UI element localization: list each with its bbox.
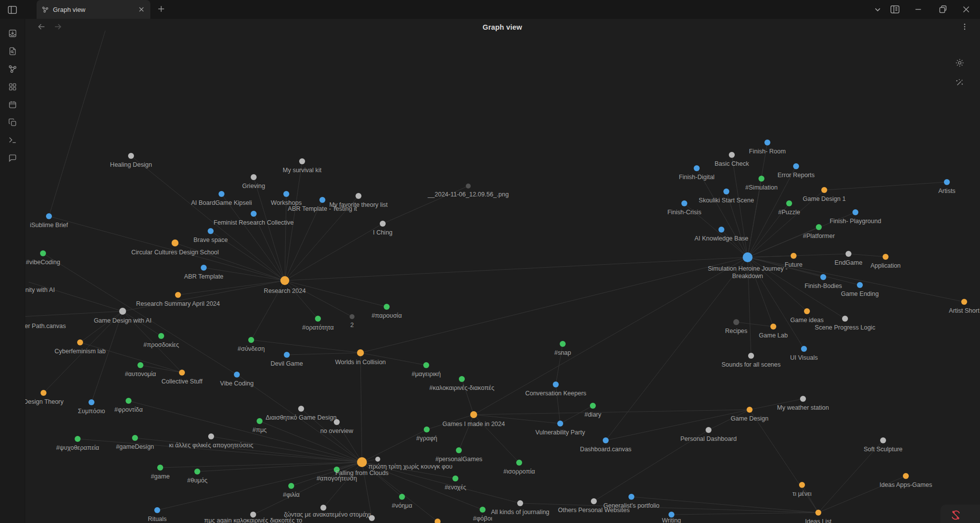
graph-node[interactable] bbox=[208, 228, 214, 234]
kebab-menu-icon[interactable] bbox=[960, 22, 969, 31]
graph-node[interactable] bbox=[694, 165, 700, 171]
graph-node[interactable] bbox=[89, 399, 94, 405]
graph-icon[interactable] bbox=[8, 64, 17, 74]
graph-node[interactable] bbox=[288, 483, 294, 489]
graph-node[interactable] bbox=[158, 333, 164, 339]
graph-node[interactable] bbox=[603, 437, 609, 443]
graph-node[interactable] bbox=[128, 153, 134, 159]
graph-node[interactable] bbox=[801, 346, 807, 352]
graph-node[interactable] bbox=[126, 398, 132, 404]
graph-node[interactable] bbox=[857, 282, 863, 288]
graph-node[interactable] bbox=[557, 421, 563, 427]
graph-node[interactable] bbox=[628, 494, 634, 500]
copy-icon[interactable] bbox=[8, 118, 17, 127]
graph-node[interactable] bbox=[718, 227, 724, 233]
graph-node[interactable] bbox=[815, 510, 821, 516]
graph-node[interactable] bbox=[903, 473, 909, 479]
new-tab-button[interactable] bbox=[156, 4, 166, 14]
graph-node[interactable] bbox=[517, 500, 523, 506]
file-search-icon[interactable] bbox=[8, 47, 17, 56]
toggle-left-sidebar-icon[interactable] bbox=[7, 4, 18, 15]
graph-node[interactable] bbox=[764, 140, 770, 145]
graph-node[interactable] bbox=[470, 411, 477, 418]
graph-node[interactable] bbox=[380, 221, 386, 227]
graph-node[interactable] bbox=[793, 163, 799, 169]
graph-node[interactable] bbox=[459, 376, 465, 382]
graph-node[interactable] bbox=[733, 319, 739, 325]
graph-node[interactable] bbox=[157, 465, 163, 471]
graph-node[interactable] bbox=[800, 396, 806, 402]
graph-node[interactable] bbox=[723, 189, 729, 194]
graph-node[interactable] bbox=[466, 184, 471, 189]
graph-node[interactable] bbox=[251, 174, 257, 180]
graph-canvas[interactable]: Healing DesignMy survival kitGrievingAI … bbox=[0, 0, 980, 523]
graph-node[interactable] bbox=[480, 507, 486, 513]
graph-node[interactable] bbox=[791, 253, 797, 259]
tab-graph-view[interactable]: Graph view bbox=[37, 0, 150, 19]
graph-node[interactable] bbox=[41, 390, 46, 396]
chevron-down-icon[interactable] bbox=[872, 4, 883, 15]
graph-node[interactable] bbox=[175, 292, 181, 298]
graph-node[interactable] bbox=[283, 191, 289, 197]
graph-node[interactable] bbox=[357, 349, 364, 356]
graph-node[interactable] bbox=[435, 519, 441, 523]
graph-node[interactable] bbox=[369, 515, 375, 521]
inbox-download-icon[interactable] bbox=[8, 29, 17, 38]
graph-node[interactable] bbox=[591, 498, 597, 504]
graph-node[interactable] bbox=[560, 341, 566, 347]
graph-node[interactable] bbox=[315, 316, 321, 322]
graph-node[interactable] bbox=[46, 213, 52, 219]
graph-node[interactable] bbox=[743, 252, 753, 262]
graph-node[interactable] bbox=[516, 460, 522, 466]
graph-node[interactable] bbox=[375, 457, 380, 462]
calendar-icon[interactable] bbox=[8, 100, 17, 109]
graph-node[interactable] bbox=[816, 224, 822, 230]
graph-node[interactable] bbox=[883, 254, 889, 260]
graph-node[interactable] bbox=[298, 406, 304, 412]
graph-node[interactable] bbox=[248, 337, 254, 343]
terminal-icon[interactable] bbox=[8, 136, 17, 145]
graph-node[interactable] bbox=[201, 265, 207, 271]
graph-node[interactable] bbox=[842, 316, 848, 322]
message-icon[interactable] bbox=[8, 153, 17, 163]
graph-node[interactable] bbox=[172, 239, 178, 246]
wand-icon[interactable] bbox=[955, 78, 965, 88]
graph-node[interactable] bbox=[119, 308, 126, 315]
graph-node[interactable] bbox=[758, 176, 764, 182]
graph-node[interactable] bbox=[334, 419, 340, 425]
graph-node[interactable] bbox=[284, 352, 290, 358]
graph-node[interactable] bbox=[320, 505, 326, 511]
graph-node[interactable] bbox=[681, 200, 687, 206]
graph-node[interactable] bbox=[799, 482, 805, 488]
graph-node[interactable] bbox=[786, 200, 792, 206]
graph-node[interactable] bbox=[179, 370, 185, 376]
graph-node[interactable] bbox=[424, 427, 430, 432]
graph-node[interactable] bbox=[251, 211, 257, 217]
graph-node[interactable] bbox=[748, 353, 754, 359]
graph-node[interactable] bbox=[846, 251, 851, 257]
graph-node[interactable] bbox=[820, 274, 826, 280]
graph-node[interactable] bbox=[208, 433, 214, 439]
graph-node[interactable] bbox=[154, 507, 160, 513]
graph-node[interactable] bbox=[40, 250, 46, 256]
graph-node[interactable] bbox=[456, 447, 462, 453]
graph-node[interactable] bbox=[961, 299, 967, 305]
graph-node[interactable] bbox=[804, 308, 810, 314]
graph-node[interactable] bbox=[132, 435, 138, 441]
graph-node[interactable] bbox=[75, 436, 81, 442]
layout-grid-icon[interactable] bbox=[8, 82, 17, 92]
graph-node[interactable] bbox=[852, 209, 858, 215]
graph-node[interactable] bbox=[821, 187, 827, 193]
toggle-right-sidebar-icon[interactable] bbox=[890, 4, 900, 15]
minimize-icon[interactable] bbox=[913, 4, 924, 15]
graph-node[interactable] bbox=[357, 457, 367, 467]
graph-node[interactable] bbox=[299, 158, 305, 164]
sync-status-button[interactable] bbox=[940, 505, 980, 523]
graph-node[interactable] bbox=[77, 339, 83, 345]
graph-node[interactable] bbox=[350, 314, 355, 319]
graph-node[interactable] bbox=[234, 372, 240, 378]
graph-node[interactable] bbox=[770, 324, 776, 330]
gear-icon[interactable] bbox=[955, 58, 965, 68]
graph-node[interactable] bbox=[384, 304, 390, 310]
graph-node[interactable] bbox=[399, 494, 405, 500]
